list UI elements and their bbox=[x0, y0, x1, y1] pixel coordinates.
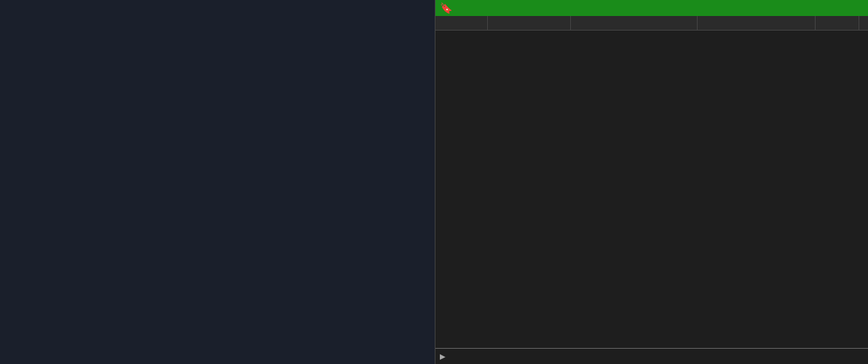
bookmark-icon[interactable]: 🔖 bbox=[440, 2, 452, 14]
terminal-pane[interactable] bbox=[0, 0, 435, 364]
col-header-source[interactable] bbox=[571, 16, 698, 30]
col-header-destination[interactable] bbox=[698, 16, 816, 30]
packet-details-pane[interactable]: ▶ bbox=[435, 348, 868, 364]
expand-icon[interactable]: ▶ bbox=[440, 352, 446, 360]
display-filter-bar[interactable]: 🔖 bbox=[435, 0, 868, 16]
col-header-no[interactable] bbox=[435, 16, 488, 30]
wireshark-pane: 🔖 ▶ bbox=[435, 0, 868, 364]
packet-list-header[interactable] bbox=[435, 16, 868, 31]
col-header-protocol[interactable] bbox=[816, 16, 859, 30]
packet-list[interactable] bbox=[435, 31, 868, 348]
col-header-time[interactable] bbox=[488, 16, 571, 30]
terminal-prompt-line[interactable] bbox=[3, 52, 432, 64]
